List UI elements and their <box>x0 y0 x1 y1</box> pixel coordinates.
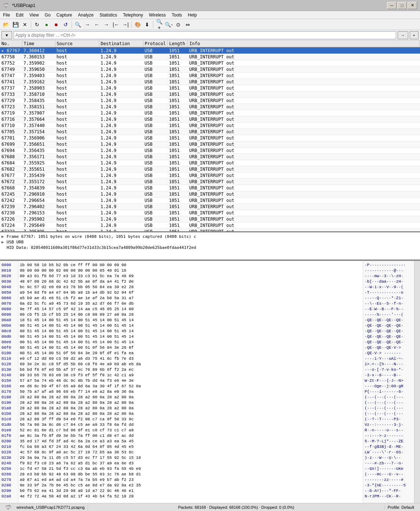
table-row[interactable]: 677017.356906host1.24.9USB1051URB_INTERR… <box>0 135 420 141</box>
table-row[interactable]: 676777.355439host1.24.9USB1051URB_INTERR… <box>0 173 420 179</box>
minimize-button[interactable]: ─ <box>387 2 397 9</box>
search-button[interactable]: 🔍 <box>73 20 82 29</box>
maximize-button[interactable]: □ <box>397 2 407 9</box>
close-capture-file-button[interactable]: ✕ <box>21 20 29 29</box>
menu-statistics[interactable]: Statistics <box>96 11 120 19</box>
colorize-button[interactable]: 🎨 <box>133 20 142 29</box>
header-time: Time <box>22 40 55 47</box>
first-packet-button[interactable]: |← <box>112 20 120 29</box>
table-row[interactable]: 677297.358435host1.24.9USB1051URB_INTERR… <box>0 98 420 104</box>
table-row[interactable]: 677107.357440host1.24.9USB1051URB_INTERR… <box>0 123 420 129</box>
menu-capture[interactable]: Capture <box>54 11 75 19</box>
packet-table: No. Time Source Destination Protocol Len… <box>0 40 420 231</box>
restart-capture-button[interactable]: ↺ <box>61 20 70 29</box>
zoom-in-button[interactable]: 🔍+ <box>155 20 164 29</box>
table-row[interactable]: 677237.358151host1.24.9USB1051URB_INTERR… <box>0 104 420 110</box>
header-info: Info <box>188 40 420 47</box>
table-row[interactable]: 677057.357154host1.24.9USB1051URB_INTERR… <box>0 129 420 135</box>
menu-telephony[interactable]: Telephony <box>120 11 146 19</box>
next-packet-button[interactable]: → <box>102 20 111 29</box>
save-capture-file-button[interactable]: 💾 <box>11 20 20 29</box>
zoom-normal-button[interactable]: ⊙ <box>174 20 183 29</box>
table-row[interactable]: 677587.360153host1.24.9USB1051URB_INTERR… <box>0 54 420 60</box>
table-row[interactable]: 677527.359902host1.24.9USB1051URB_INTERR… <box>0 60 420 66</box>
packet-detail-panel: ▶ Frame 67767: 1051 bytes on wire (8408 … <box>0 231 420 261</box>
stop-capture-button[interactable]: ■ <box>52 20 61 29</box>
capture-file-name: wireshark_USBPcap17KD771.pcapng <box>14 505 88 510</box>
expand-icon-hid <box>1 245 7 250</box>
detail-row-hid[interactable]: HID Data: 020540011600a301f86d77e31d33c3… <box>1 245 419 250</box>
hex-scrollbar[interactable] <box>414 261 420 503</box>
zoom-out-button[interactable]: 🔍- <box>164 20 173 29</box>
last-packet-button[interactable]: →| <box>121 20 130 29</box>
filter-expression-button[interactable]: ▼ <box>1 31 12 39</box>
toolbar-separator-4 <box>153 21 153 28</box>
clear-filter-button[interactable]: + <box>410 31 419 39</box>
window-controls: ─ □ ✕ <box>387 2 417 9</box>
table-row[interactable]: 672267.295902host1.24.9USB1051URB_INTERR… <box>0 216 420 222</box>
table-row[interactable]: 676997.356651host1.24.9USB1051URB_INTERR… <box>0 141 420 148</box>
table-row[interactable]: 676887.356171host1.24.9USB1051URB_INTERR… <box>0 154 420 160</box>
toolbar-separator-2 <box>72 21 72 28</box>
detail-row-usb[interactable]: ▶ USB URB <box>1 239 419 245</box>
title-bar: 🦈 *USBPcap1 ─ □ ✕ <box>0 0 420 11</box>
packet-count-status: Packets: 68168 · Displayed: 68168 (100.0… <box>88 505 385 510</box>
table-row[interactable]: 676687.354839host1.24.9USB1051URB_INTERR… <box>0 185 420 191</box>
detail-text-hid: HID Data: 020540011600a301f86d77e31d33c3… <box>7 245 196 250</box>
table-row[interactable]: 677377.358903host1.24.9USB1051URB_INTERR… <box>0 85 420 91</box>
table-row[interactable]: 672247.295649host1.24.9USB1051URB_INTERR… <box>0 222 420 229</box>
header-no: No. <box>0 40 22 47</box>
display-filter-input[interactable] <box>14 31 396 39</box>
reload-capture-button[interactable]: ↻ <box>33 20 41 29</box>
resize-columns-button[interactable]: ⇔ <box>183 20 192 29</box>
table-row[interactable]: 672227.295395host1.24.9USB1051URB_INTERR… <box>0 229 420 232</box>
detail-text-usb: USB URB <box>7 240 23 244</box>
header-length: Length <box>168 40 188 47</box>
table-row[interactable]: 672457.296910host1.24.9USB1051URB_INTERR… <box>0 191 420 197</box>
close-button[interactable]: ✕ <box>408 2 417 9</box>
table-row[interactable]: 677337.358710host1.24.9USB1051URB_INTERR… <box>0 91 420 98</box>
table-row[interactable]: 676727.355172host1.24.9USB1051URB_INTERR… <box>0 179 420 185</box>
header-protocol: Protocol <box>143 40 168 47</box>
packet-list[interactable]: No. Time Source Destination Protocol Len… <box>0 40 420 231</box>
menu-tools[interactable]: Tools <box>169 11 185 19</box>
detail-text-frame: Frame 67767: 1051 bytes on wire (8408 bi… <box>7 234 196 239</box>
table-row[interactable]: 676827.355651host1.24.9USB1051URB_INTERR… <box>0 166 420 173</box>
apply-filter-button[interactable]: → <box>398 31 408 39</box>
menu-help[interactable]: Help <box>185 11 200 19</box>
menu-view[interactable]: View <box>26 11 42 19</box>
table-row[interactable]: 672307.296153host1.24.9USB1051URB_INTERR… <box>0 210 420 216</box>
open-capture-file-button[interactable]: 📂 <box>1 20 10 29</box>
toolbar-separator-1 <box>31 21 31 28</box>
goto-packet-button[interactable]: → <box>83 20 92 29</box>
table-row[interactable]: 677197.357907host1.24.9USB1051URB_INTERR… <box>0 110 420 116</box>
menu-edit[interactable]: Edit <box>13 11 26 19</box>
table-row[interactable]: 672427.296654host1.24.9USB1051URB_INTERR… <box>0 197 420 204</box>
table-row[interactable]: 676947.356435host1.24.9USB1051URB_INTERR… <box>0 148 420 154</box>
table-row[interactable]: 677167.357664host1.24.9USB1051URB_INTERR… <box>0 116 420 123</box>
hex-bytes: 1b 00 50 10 b5 b2 0b ce ff ff 00 00 00 0… <box>18 261 363 503</box>
auto-scroll-button[interactable]: ⬇ <box>143 20 151 29</box>
menu-wireless[interactable]: Wireless <box>146 11 169 19</box>
prev-packet-button[interactable]: ← <box>92 20 101 29</box>
table-row[interactable]: 672397.296402host1.24.9USB1051URB_INTERR… <box>0 204 420 210</box>
packet-table-body: ▸ 677677.360412host1.24.9USB1051URB_INTE… <box>0 47 420 231</box>
status-bar: 🦈 wireshark_USBPcap17KD771.pcapng Packet… <box>0 503 420 511</box>
packet-table-header: No. Time Source Destination Protocol Len… <box>0 40 420 47</box>
app-icon: 🦈 <box>3 3 9 8</box>
profile-status: Profile: Default <box>385 505 417 510</box>
header-destination: Destination <box>99 40 143 47</box>
menu-file[interactable]: File <box>0 11 13 19</box>
detail-row-frame[interactable]: ▶ Frame 67767: 1051 bytes on wire (8408 … <box>1 234 419 239</box>
menu-go[interactable]: Go <box>42 11 54 19</box>
table-row[interactable]: 677417.359162host1.24.9USB1051URB_INTERR… <box>0 79 420 85</box>
header-source: Source <box>55 40 99 47</box>
table-row[interactable]: 677497.359650host1.24.9USB1051URB_INTERR… <box>0 66 420 73</box>
hex-ascii: ·P···························@·······mw·… <box>363 261 414 503</box>
start-capture-button[interactable]: ● <box>42 20 51 29</box>
menu-analyze[interactable]: Analyze <box>75 11 97 19</box>
main-content: No. Time Source Destination Protocol Len… <box>0 40 420 503</box>
table-row[interactable]: 676847.355925host1.24.9USB1051URB_INTERR… <box>0 160 420 166</box>
table-row[interactable]: ▸ 677677.360412host1.24.9USB1051URB_INTE… <box>0 47 420 54</box>
table-row[interactable]: 677477.359403host1.24.9USB1051URB_INTERR… <box>0 73 420 79</box>
